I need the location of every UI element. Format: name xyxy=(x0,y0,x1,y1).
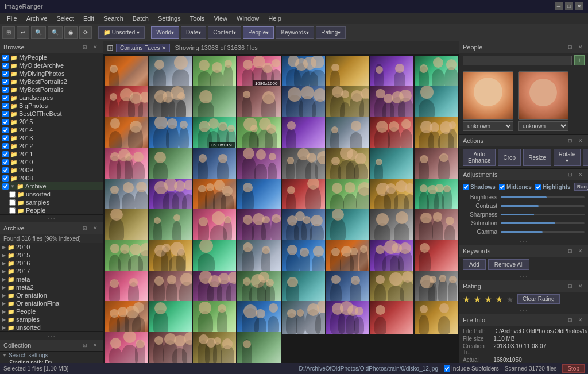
y2008-checkbox[interactable] xyxy=(2,175,9,182)
keywords-filter[interactable]: Keywords▾ xyxy=(276,26,314,39)
shadows-checkbox[interactable] xyxy=(463,184,469,190)
table-row[interactable] xyxy=(370,86,413,118)
contains-faces-tag[interactable]: Contains Faces ✕ xyxy=(116,44,170,52)
effects-button[interactable]: Effects ▾ xyxy=(583,149,588,166)
ranges-button[interactable]: Ranges xyxy=(574,183,588,191)
adj-collapse-icon[interactable]: ⊡ xyxy=(566,171,574,179)
star-1[interactable]: ★ xyxy=(463,295,470,304)
table-row[interactable] xyxy=(105,148,148,180)
table-row[interactable] xyxy=(237,332,280,363)
table-row[interactable] xyxy=(237,240,280,272)
table-row[interactable] xyxy=(415,56,458,88)
y2015-checkbox[interactable] xyxy=(2,119,9,125)
table-row[interactable] xyxy=(193,240,236,272)
bestofthebest-checkbox[interactable] xyxy=(2,111,9,117)
menu-select[interactable]: Select xyxy=(52,14,79,23)
table-row[interactable] xyxy=(237,271,280,303)
close-button[interactable]: ✕ xyxy=(575,2,583,10)
table-row[interactable] xyxy=(149,179,192,211)
clear-rating-button[interactable]: Clear Rating xyxy=(517,294,560,304)
image-grid[interactable]: 1680x10501680x1050 xyxy=(103,55,459,363)
table-row[interactable] xyxy=(415,271,458,303)
menu-file[interactable]: File xyxy=(2,14,22,23)
table-row[interactable] xyxy=(105,56,148,88)
table-row[interactable] xyxy=(149,209,192,241)
list-item[interactable]: 📁 2008 xyxy=(0,174,103,182)
table-row[interactable] xyxy=(370,240,413,272)
menu-settings[interactable]: Settings xyxy=(153,14,185,23)
auto-enhance-button[interactable]: Auto Enhance xyxy=(463,149,496,166)
mdivingphotos-checkbox[interactable] xyxy=(2,71,9,77)
world-filter[interactable]: World▾ xyxy=(151,26,179,39)
mbestportraits-checkbox[interactable] xyxy=(2,87,9,93)
rating-collapse-icon[interactable]: ⊡ xyxy=(566,282,574,290)
list-item[interactable]: 📁 samples xyxy=(0,198,103,206)
list-item[interactable]: 📁 MyDivingPhotos xyxy=(0,70,103,78)
fi-collapse-icon[interactable]: ⊡ xyxy=(566,316,574,324)
browse-close-icon[interactable]: ✕ xyxy=(91,43,99,51)
table-row[interactable] xyxy=(370,148,413,180)
mpeople-checkbox[interactable] xyxy=(2,55,9,61)
people-collapse-icon[interactable]: ⊡ xyxy=(566,43,574,51)
contrast-slider[interactable] xyxy=(501,205,585,207)
brightness-slider[interactable] xyxy=(501,196,585,198)
table-row[interactable] xyxy=(326,271,369,303)
table-row[interactable] xyxy=(282,179,325,211)
table-row[interactable] xyxy=(149,148,192,180)
samples-checkbox[interactable] xyxy=(9,199,16,206)
star-3[interactable]: ★ xyxy=(485,295,492,304)
table-row[interactable] xyxy=(105,209,148,241)
toolbar-search2-btn[interactable]: 🔍 xyxy=(48,26,63,39)
list-item[interactable]: ▶ 📁 unsorted xyxy=(0,323,103,331)
y2010-checkbox[interactable] xyxy=(2,159,9,165)
list-item[interactable]: 📁 2010 xyxy=(0,158,103,166)
table-row[interactable] xyxy=(415,301,458,333)
stop-button[interactable]: Stop xyxy=(562,364,585,373)
y2009-checkbox[interactable] xyxy=(2,167,9,173)
table-row[interactable] xyxy=(105,332,148,363)
table-row[interactable] xyxy=(105,179,148,211)
list-item[interactable]: ▶ 📁 People xyxy=(0,307,103,315)
fi-close-icon[interactable]: ✕ xyxy=(577,316,585,324)
list-item[interactable]: 📁 unsorted xyxy=(0,190,103,198)
landscapes-checkbox[interactable] xyxy=(2,95,9,101)
menu-archive[interactable]: Archive xyxy=(22,14,52,23)
face-label-1[interactable]: unknown xyxy=(463,121,513,131)
table-row[interactable] xyxy=(237,179,280,211)
list-item[interactable]: ▶ 📁 2016 xyxy=(0,259,103,267)
table-row[interactable] xyxy=(326,179,369,211)
table-row[interactable] xyxy=(149,56,192,88)
list-item[interactable]: 📁 BigPhotos xyxy=(0,102,103,110)
archive-close-icon[interactable]: ✕ xyxy=(91,224,99,232)
table-row[interactable] xyxy=(193,148,236,180)
table-row[interactable] xyxy=(370,301,413,333)
adj-close-icon[interactable]: ✕ xyxy=(577,171,585,179)
unsorted-dropdown[interactable]: 📁 Unsorted ▾ xyxy=(98,26,145,39)
table-row[interactable] xyxy=(326,56,369,88)
table-row[interactable]: 1680x1050 xyxy=(237,56,280,88)
rating-close-icon[interactable]: ✕ xyxy=(577,282,585,290)
table-row[interactable] xyxy=(193,301,236,333)
toolbar-circle-btn[interactable]: ◉ xyxy=(64,26,78,39)
mbestportraits2-checkbox[interactable] xyxy=(2,79,9,85)
table-row[interactable] xyxy=(326,209,369,241)
table-row[interactable] xyxy=(193,271,236,303)
table-row[interactable]: 1680x1050 xyxy=(193,117,236,149)
table-row[interactable] xyxy=(326,240,369,272)
add-keyword-button[interactable]: Add xyxy=(463,259,486,270)
y2011-checkbox[interactable] xyxy=(2,151,9,157)
kw-close-icon[interactable]: ✕ xyxy=(577,247,585,255)
table-row[interactable] xyxy=(370,179,413,211)
archive-main-checkbox[interactable] xyxy=(2,183,9,190)
table-row[interactable] xyxy=(282,117,325,149)
list-item[interactable]: 📁 2013 xyxy=(0,134,103,142)
list-item[interactable]: 📁 2012 xyxy=(0,142,103,150)
browse-collapse-icon[interactable]: ⊡ xyxy=(81,43,89,51)
table-row[interactable] xyxy=(237,117,280,149)
table-row[interactable] xyxy=(237,148,280,180)
remove-filter-icon[interactable]: ✕ xyxy=(161,45,166,51)
table-row[interactable] xyxy=(415,179,458,211)
table-row[interactable] xyxy=(149,301,192,333)
table-row[interactable] xyxy=(193,179,236,211)
table-row[interactable] xyxy=(193,332,236,363)
